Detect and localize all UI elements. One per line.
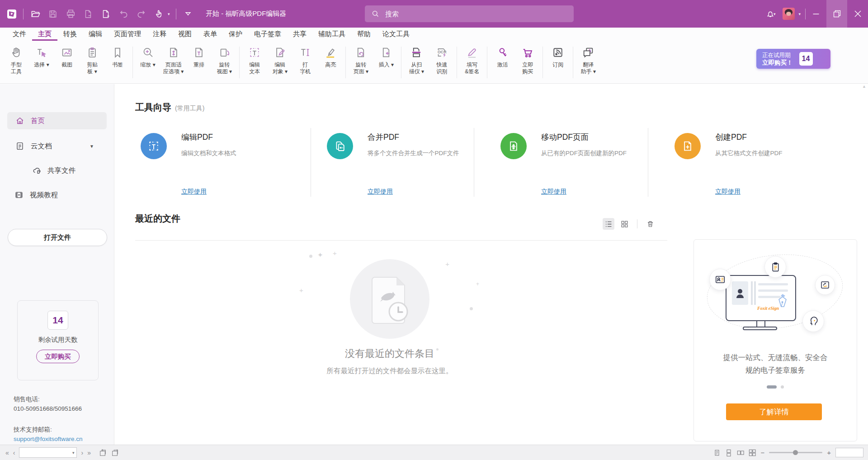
minimize-button[interactable]: [806, 0, 826, 28]
menu-protect[interactable]: 保护: [223, 28, 248, 41]
account-caret-icon[interactable]: ▾: [798, 12, 801, 16]
zoom-percent-input[interactable]: [835, 448, 863, 457]
card-description: 将多个文件合并生成一个PDF文件: [368, 149, 459, 157]
fit-page-options-button[interactable]: 页面适应选项 ▾: [160, 41, 186, 83]
sales-phone-label: 销售电话:: [14, 395, 40, 403]
sidebar-item-cloud-docs[interactable]: 云文档 ▼: [15, 139, 107, 153]
edit-text-button[interactable]: 编辑文本: [242, 41, 267, 83]
sidebar-item-shared-files[interactable]: 共享文件: [32, 164, 75, 177]
print-button[interactable]: [65, 8, 76, 20]
undo-button[interactable]: [118, 8, 129, 20]
menu-comment[interactable]: 注释: [147, 28, 172, 41]
menu-paper-tools[interactable]: 论文工具: [377, 28, 415, 41]
menu-form[interactable]: 表单: [198, 28, 223, 41]
single-page-view-button[interactable]: [713, 449, 721, 456]
card-merge-pdf[interactable]: 合并PDF 将多个文件合并生成一个PDF文件 立即使用: [311, 128, 474, 197]
search-input[interactable]: [384, 9, 558, 18]
user-avatar[interactable]: [783, 8, 795, 20]
buy-now-button[interactable]: 立即购买: [515, 41, 540, 83]
notifications-caret-icon[interactable]: ▾: [774, 12, 776, 16]
touch-mode-caret-icon[interactable]: ▾: [168, 12, 170, 16]
facing-view-button[interactable]: [737, 449, 744, 456]
carousel-dot[interactable]: [781, 385, 784, 389]
menu-accessibility[interactable]: 辅助工具: [312, 28, 351, 41]
chevron-down-icon[interactable]: ▼: [90, 144, 94, 149]
typewriter-button[interactable]: 打字机: [292, 41, 318, 83]
select-tool-button[interactable]: 选择 ▾: [29, 41, 54, 83]
page-caret-icon[interactable]: ▾: [72, 451, 77, 455]
zoom-slider[interactable]: [769, 452, 822, 453]
snapshot-button[interactable]: 截图: [54, 41, 80, 83]
snapshot-icon: [60, 45, 74, 60]
menu-file[interactable]: 文件: [7, 28, 32, 41]
translate-assistant-button[interactable]: A 翻译助手 ▾: [576, 41, 601, 83]
clear-recent-trash-button[interactable]: [644, 218, 656, 230]
redo-button[interactable]: [135, 8, 147, 20]
collapse-ribbon-button[interactable]: [182, 8, 194, 20]
insert-pages-button[interactable]: 插入 ▾: [373, 41, 399, 83]
menu-organize[interactable]: 页面管理: [108, 28, 147, 41]
previous-page-button[interactable]: ‹: [13, 450, 15, 456]
support-email-link[interactable]: support@foxitsoftware.cn: [14, 436, 83, 442]
trial-period-badge[interactable]: 正在试用期 立即购买！ 14: [756, 49, 830, 69]
quick-ocr-button[interactable]: OCR 快速识别: [429, 41, 454, 83]
tools-guide-subtitle: (常用工具): [175, 104, 204, 113]
menu-help[interactable]: 帮助: [351, 28, 377, 41]
buy-now-pill-button[interactable]: 立即购买: [36, 350, 80, 363]
save-button[interactable]: [47, 8, 59, 20]
restore-window-button[interactable]: [826, 0, 847, 28]
zoom-out-button[interactable]: −: [760, 449, 764, 456]
menu-view[interactable]: 视图: [172, 28, 198, 41]
page-number-box[interactable]: ▾: [19, 447, 77, 458]
menu-esign[interactable]: 电子签章: [248, 28, 287, 41]
use-now-link[interactable]: 立即使用: [181, 188, 207, 196]
use-now-link[interactable]: 立即使用: [715, 188, 741, 196]
page-number-input[interactable]: [19, 450, 72, 456]
close-button[interactable]: [847, 0, 868, 28]
doc-remove-page-button[interactable]: [82, 8, 94, 20]
card-move-pdf-pages[interactable]: 移动PDF页面 从已有的PDF页面创建新的PDF 立即使用: [474, 128, 648, 197]
card-create-pdf[interactable]: 创建PDF 从其它格式文件创建PDF 立即使用: [648, 128, 840, 197]
next-page-button[interactable]: ›: [81, 450, 83, 456]
last-page-button[interactable]: »: [87, 450, 91, 456]
sidebar-item-home[interactable]: 首页: [7, 112, 107, 129]
open-file-button[interactable]: [29, 8, 41, 20]
rotate-view-button[interactable]: 旋转视图 ▾: [212, 41, 237, 83]
continuous-view-button[interactable]: [725, 449, 732, 456]
list-view-button[interactable]: [603, 218, 614, 230]
card-edit-pdf[interactable]: 编辑PDF 编辑文档和文本格式 立即使用: [135, 128, 311, 197]
use-now-link[interactable]: 立即使用: [541, 188, 566, 196]
menu-share[interactable]: 共享: [287, 28, 312, 41]
clipboard-button[interactable]: 剪贴板 ▾: [80, 41, 105, 83]
activate-button[interactable]: 激活: [490, 41, 515, 83]
touch-mode-button[interactable]: [153, 8, 165, 20]
edit-object-button[interactable]: 编辑对象 ▾: [267, 41, 292, 83]
first-page-button[interactable]: «: [5, 450, 9, 456]
subscribe-button[interactable]: 订阅: [545, 41, 571, 83]
rotate-pages-button[interactable]: 旋转页面 ▾: [348, 41, 373, 83]
reflow-button[interactable]: 重排: [186, 41, 212, 83]
zoom-button[interactable]: 缩放 ▾: [135, 41, 160, 83]
open-file-main-button[interactable]: 打开文件: [8, 229, 107, 246]
grid-view-button[interactable]: [618, 218, 630, 230]
learn-more-button[interactable]: 了解详情: [726, 403, 822, 420]
next-view-button[interactable]: [111, 449, 119, 457]
facing-continuous-view-button[interactable]: [749, 449, 756, 456]
fill-sign-button[interactable]: 填写&签名: [459, 41, 485, 83]
highlight-button[interactable]: 高亮: [318, 41, 343, 83]
new-document-button[interactable]: [100, 8, 112, 20]
search-box[interactable]: [365, 5, 574, 22]
zoom-in-button[interactable]: +: [827, 449, 831, 456]
carousel-dot-active[interactable]: [767, 385, 777, 389]
sidebar-item-video-tutorials[interactable]: 视频教程: [14, 188, 58, 202]
scrollbar-up-arrow[interactable]: ▲: [862, 84, 866, 89]
menu-home[interactable]: 主页: [32, 28, 57, 41]
menu-convert[interactable]: 转换: [57, 28, 83, 41]
bookmark-button[interactable]: 书签: [105, 41, 130, 83]
from-scanner-button[interactable]: 从扫描仪 ▾: [404, 41, 429, 83]
zoom-slider-thumb[interactable]: [793, 450, 798, 455]
menu-edit[interactable]: 编辑: [83, 28, 108, 41]
previous-view-button[interactable]: [99, 449, 107, 457]
use-now-link[interactable]: 立即使用: [368, 188, 393, 196]
hand-tool-button[interactable]: 手型工具: [4, 41, 29, 83]
